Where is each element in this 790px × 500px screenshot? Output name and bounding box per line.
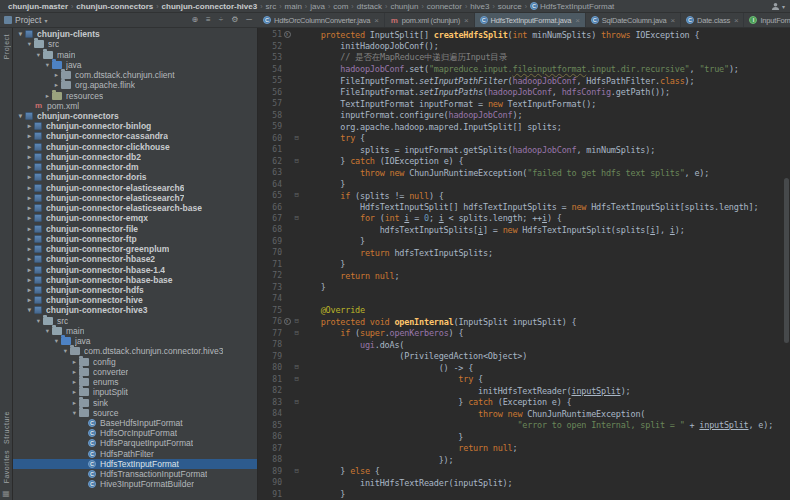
code-line[interactable]: 57 TextInputFormat inputFormat = new Tex…: [258, 98, 790, 109]
chevron-right-icon[interactable]: ▸: [25, 214, 34, 222]
code-line[interactable]: 67⊟ for (int i = 0; i < splits.length; +…: [258, 213, 790, 224]
chevron-down-icon[interactable]: ▾: [44, 17, 47, 24]
code-line[interactable]: 55 FileInputFormat.setInputPathFilter(ha…: [258, 75, 790, 86]
fold-marker-icon[interactable]: ⊟: [292, 364, 301, 371]
chevron-right-icon[interactable]: ▸: [52, 71, 61, 79]
code-line[interactable]: 88 });: [258, 454, 790, 465]
tool-window-button-favorites[interactable]: Favorites: [3, 447, 10, 486]
code-line[interactable]: 86 }: [258, 431, 790, 442]
editor-tab[interactable]: CSqlDateColumn.java×: [586, 13, 681, 27]
editor-tab[interactable]: CHdfsTextInputFormat.java×: [475, 13, 586, 27]
close-icon[interactable]: ×: [575, 16, 579, 25]
code-line[interactable]: 52 initHadoopJobConf();: [258, 40, 790, 51]
tree-item[interactable]: ▾java: [13, 336, 257, 346]
breadcrumb-item[interactable]: src: [263, 2, 280, 11]
fold-marker-icon[interactable]: ⊟: [292, 468, 301, 475]
code-line[interactable]: 76↑⊟ protected void openInternal(InputSp…: [258, 316, 790, 327]
chevron-right-icon[interactable]: ▸: [25, 266, 34, 274]
chevron-right-icon[interactable]: ▸: [25, 235, 34, 243]
code-line[interactable]: 61 splits = inputFormat.getSplits(hadoop…: [258, 144, 790, 155]
breadcrumb-item[interactable]: connector: [424, 2, 465, 11]
code-line[interactable]: 79 (PrivilegedAction<Object>): [258, 351, 790, 362]
code-line[interactable]: 70 return hdfsTextInputSplits;: [258, 247, 790, 258]
breadcrumb-item[interactable]: chunjun: [387, 2, 421, 11]
chevron-right-icon[interactable]: ▸: [25, 153, 34, 161]
code-line[interactable]: 64 }: [258, 178, 790, 189]
chevron-right-icon[interactable]: ▸: [70, 399, 79, 407]
chevron-right-icon[interactable]: ▸: [25, 296, 34, 304]
code-line[interactable]: 75 @Override: [258, 305, 790, 316]
collapse-all-icon[interactable]: ÷: [219, 16, 223, 24]
tree-item[interactable]: CHdfsTextInputFormat: [13, 459, 257, 469]
close-icon[interactable]: ×: [464, 16, 468, 25]
tree-item[interactable]: ▸chunjun-connector-emqx: [13, 213, 257, 223]
breadcrumb-item[interactable]: chunjun-master: [5, 2, 71, 11]
chevron-right-icon[interactable]: ▸: [25, 163, 34, 171]
code-line[interactable]: 60⊟ try {: [258, 132, 790, 143]
tree-item[interactable]: ▾main: [13, 326, 257, 336]
chevron-down-icon[interactable]: ▾: [34, 317, 43, 325]
editor-tab[interactable]: CHdfsOrcColumnConverter.java×: [258, 13, 385, 27]
tree-item[interactable]: mpom.xml: [13, 101, 257, 111]
tree-item[interactable]: ▾chunjun-connector-hive3: [13, 305, 257, 315]
code-line[interactable]: 89⊟ } else {: [258, 465, 790, 476]
breadcrumb-item[interactable]: java: [307, 2, 328, 11]
tool-window-button-structure[interactable]: Structure: [3, 408, 10, 447]
breadcrumb-item[interactable]: com: [330, 2, 351, 11]
close-icon[interactable]: ×: [374, 16, 378, 25]
tree-item[interactable]: ▸chunjun-connector-hive: [13, 295, 257, 305]
editor-scrollbar[interactable]: [782, 28, 790, 500]
tree-item[interactable]: CBaseHdfsInputFormat: [13, 418, 257, 428]
tree-item[interactable]: ▸chunjun-connector-doris: [13, 172, 257, 182]
code-line[interactable]: 80⊟ () -> {: [258, 362, 790, 373]
tree-item[interactable]: ▸chunjun-connector-greenplum: [13, 244, 257, 254]
tree-item[interactable]: ▸enums: [13, 377, 257, 387]
close-icon[interactable]: ×: [734, 16, 738, 25]
code-line[interactable]: 66 HdfsTextInputSplit[] hdfsTextInputSpl…: [258, 201, 790, 212]
tree-item[interactable]: ▾com.dtstack.chunjun.connector.hive3: [13, 346, 257, 356]
chevron-right-icon[interactable]: ▸: [25, 194, 34, 202]
tree-item[interactable]: ▸chunjun-connector-ftp: [13, 234, 257, 244]
tree-item[interactable]: ▸chunjun-connector-elasticsearch-base: [13, 203, 257, 213]
tree-item[interactable]: ▸chunjun-connector-elasticsearch6: [13, 183, 257, 193]
tree-item[interactable]: CHdfsTransactionInputFormat: [13, 469, 257, 479]
chevron-down-icon[interactable]: ▾: [25, 306, 34, 314]
chevron-down-icon[interactable]: ▾: [70, 409, 79, 417]
chevron-right-icon[interactable]: ▸: [70, 378, 79, 386]
override-marker-icon[interactable]: ↑: [284, 318, 291, 325]
tree-item[interactable]: ▸chunjun-connector-hdfs: [13, 285, 257, 295]
code-line[interactable]: 87 return null;: [258, 442, 790, 453]
tree-item[interactable]: ▸org.apache.flink: [13, 80, 257, 90]
tree-item[interactable]: ▸chunjun-connector-hbase-base: [13, 275, 257, 285]
fold-marker-icon[interactable]: ⊟: [292, 376, 301, 383]
tree-item[interactable]: ▾src: [13, 39, 257, 49]
chevron-down-icon[interactable]: ▾: [61, 347, 70, 355]
tree-item[interactable]: ▸chunjun-connector-clickhouse: [13, 142, 257, 152]
tree-item[interactable]: ▸inputSplit: [13, 387, 257, 397]
tree-item[interactable]: ▸converter: [13, 367, 257, 377]
tree-item[interactable]: CHdfsPathFilter: [13, 449, 257, 459]
tree-item[interactable]: ▸chunjun-connector-hbase-1.4: [13, 264, 257, 274]
breadcrumb-item[interactable]: dtstack: [354, 2, 385, 11]
chevron-right-icon[interactable]: ▸: [25, 184, 34, 192]
breadcrumb-item[interactable]: chunjun-connectors: [73, 2, 156, 11]
chevron-down-icon[interactable]: ▾: [43, 327, 52, 335]
fold-marker-icon[interactable]: ⊟: [292, 192, 301, 199]
breadcrumb-item[interactable]: chunjun-connector-hive3: [159, 2, 261, 11]
fold-marker-icon[interactable]: ⊟: [292, 330, 301, 337]
code-line[interactable]: 68 hdfsTextInputSplits[i] = new HdfsText…: [258, 224, 790, 235]
chevron-right-icon[interactable]: ▸: [70, 368, 79, 376]
breadcrumb-item[interactable]: source: [495, 2, 525, 11]
code-line[interactable]: 65⊟ if (splits != null) {: [258, 190, 790, 201]
code-line[interactable]: 77⊟ if (super.openKerberos) {: [258, 328, 790, 339]
code-line[interactable]: 69 }: [258, 236, 790, 247]
code-line[interactable]: 91 }: [258, 488, 790, 499]
fold-marker-icon[interactable]: ⊟: [292, 318, 301, 325]
code-line[interactable]: 78 ugi.doAs(: [258, 339, 790, 350]
code-line[interactable]: 85 "error to open Internal, split = " + …: [258, 419, 790, 430]
tree-item[interactable]: ▾source: [13, 408, 257, 418]
code-line[interactable]: 72 return null;: [258, 270, 790, 281]
chevron-right-icon[interactable]: ▸: [25, 143, 34, 151]
tree-item[interactable]: ▸chunjun-connector-binlog: [13, 121, 257, 131]
chevron-right-icon[interactable]: ▸: [25, 204, 34, 212]
